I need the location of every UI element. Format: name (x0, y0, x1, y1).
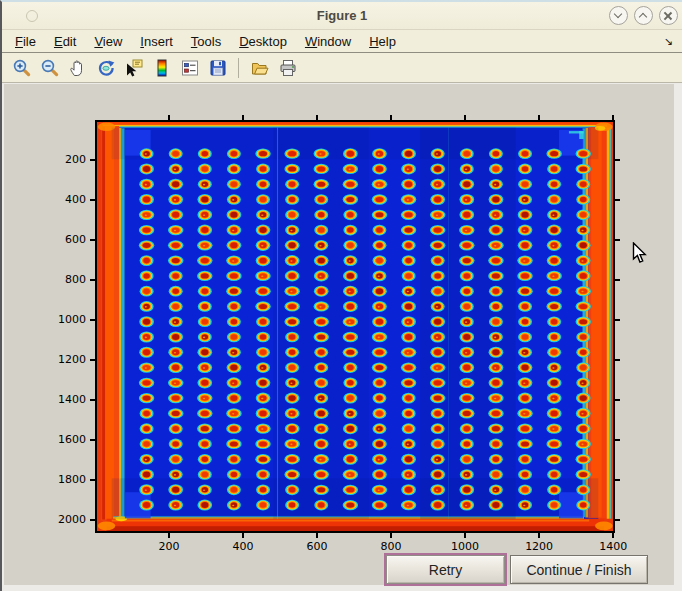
heatmap-image (97, 122, 613, 531)
y-tick-label: 1400 (38, 393, 86, 406)
y-tick-label: 800 (38, 273, 86, 286)
y-tick (90, 279, 95, 281)
menu-item-window[interactable]: Window (296, 32, 360, 51)
x-tick (242, 115, 244, 120)
y-tick (615, 439, 620, 441)
dock-figure-arrow-icon[interactable]: ↘ (664, 35, 673, 48)
menu-item-desktop[interactable]: Desktop (230, 32, 296, 51)
y-tick (90, 359, 95, 361)
x-tick-label: 800 (361, 540, 421, 553)
menu-item-insert[interactable]: Insert (131, 32, 182, 51)
x-tick (168, 115, 170, 120)
menu-item-help[interactable]: Help (360, 32, 405, 51)
y-tick (615, 159, 620, 161)
chevron-up-icon (638, 13, 646, 21)
x-tick (316, 115, 318, 120)
y-tick-label: 400 (38, 193, 86, 206)
y-tick-label: 1800 (38, 473, 86, 486)
y-tick (615, 399, 620, 401)
toolbar-separator (238, 58, 239, 78)
data-cursor-icon[interactable] (123, 57, 144, 78)
y-tick-label: 1200 (38, 353, 86, 366)
y-tick (90, 239, 95, 241)
save-icon[interactable] (207, 57, 228, 78)
figure-window: Figure 1 FileEditViewInsertToolsDesktopW… (0, 0, 682, 591)
y-tick (615, 359, 620, 361)
figure-canvas: Retry Continue / Finish 2004006008001000… (4, 84, 674, 585)
zoom-in-icon[interactable] (11, 57, 32, 78)
minimize-button[interactable] (609, 6, 628, 25)
window-controls (609, 6, 678, 25)
maximize-button[interactable] (634, 6, 653, 25)
zoom-out-icon[interactable] (39, 57, 60, 78)
x-tick (316, 533, 318, 538)
x-tick (612, 533, 614, 538)
menu-item-view[interactable]: View (85, 32, 131, 51)
colorbar-icon[interactable] (151, 57, 172, 78)
y-tick (615, 319, 620, 321)
menu-item-edit[interactable]: Edit (45, 32, 85, 51)
y-tick-label: 1600 (38, 433, 86, 446)
title-bar: Figure 1 (2, 2, 682, 30)
menu-item-tools[interactable]: Tools (182, 32, 230, 51)
rotate-3d-icon[interactable] (95, 57, 116, 78)
figure-toolbar (2, 53, 682, 83)
print-icon[interactable] (277, 57, 298, 78)
y-tick (615, 279, 620, 281)
open-icon[interactable] (249, 57, 270, 78)
y-tick (615, 479, 620, 481)
close-button[interactable] (659, 6, 678, 25)
y-tick (615, 239, 620, 241)
y-tick (90, 199, 95, 201)
x-tick-label: 1200 (509, 540, 569, 553)
y-tick (90, 519, 95, 521)
plot-axes[interactable] (95, 120, 615, 533)
legend-icon[interactable] (179, 57, 200, 78)
x-tick (464, 115, 466, 120)
x-tick (538, 533, 540, 538)
pan-icon[interactable] (67, 57, 88, 78)
x-tick-label: 200 (139, 540, 199, 553)
y-tick (90, 439, 95, 441)
x-tick (464, 533, 466, 538)
x-tick (612, 115, 614, 120)
window-title: Figure 1 (2, 8, 682, 23)
x-tick-label: 1400 (583, 540, 643, 553)
y-tick-label: 200 (38, 153, 86, 166)
y-tick (90, 159, 95, 161)
x-tick (538, 115, 540, 120)
y-tick-label: 1000 (38, 313, 86, 326)
x-tick-label: 400 (213, 540, 273, 553)
chevron-down-icon (613, 10, 621, 18)
y-tick (615, 199, 620, 201)
menu-bar: FileEditViewInsertToolsDesktopWindowHelp… (2, 30, 682, 53)
y-tick-label: 600 (38, 233, 86, 246)
x-tick-label: 1000 (435, 540, 495, 553)
y-tick (615, 519, 620, 521)
continue-finish-button[interactable]: Continue / Finish (510, 555, 648, 584)
y-tick (90, 399, 95, 401)
x-tick (242, 533, 244, 538)
y-tick-label: 2000 (38, 513, 86, 526)
retry-button[interactable]: Retry (386, 555, 505, 584)
x-tick-label: 600 (287, 540, 347, 553)
x-tick (168, 533, 170, 538)
x-tick (390, 115, 392, 120)
y-tick (90, 479, 95, 481)
y-tick (90, 319, 95, 321)
x-tick (390, 533, 392, 538)
menu-item-file[interactable]: File (6, 32, 45, 51)
